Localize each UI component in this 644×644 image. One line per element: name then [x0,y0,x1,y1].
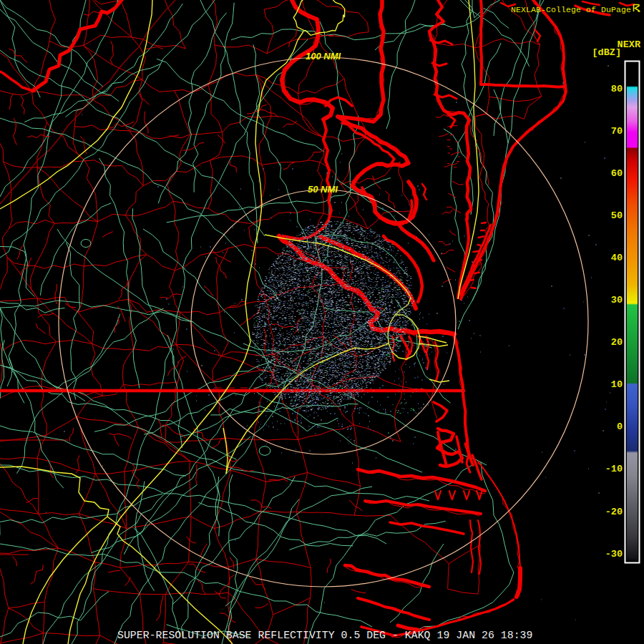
svg-text:10: 10 [611,379,623,390]
svg-text:NEXLAB-College of DuPage: NEXLAB-College of DuPage [511,5,631,14]
svg-text:-10: -10 [605,464,623,474]
svg-text:30: 30 [611,295,623,306]
svg-text:40: 40 [611,253,623,263]
svg-text:SUPER-RESOLUTION BASE REFLECTI: SUPER-RESOLUTION BASE REFLECTIVITY 0.5 D… [117,630,532,641]
svg-text:50 NMI: 50 NMI [308,184,338,195]
svg-text:[dBZ]: [dBZ] [592,47,621,58]
svg-text:-20: -20 [605,507,623,517]
svg-text:-30: -30 [605,549,623,560]
svg-text:0: 0 [617,421,623,432]
svg-text:80: 80 [611,84,623,94]
svg-text:60: 60 [611,168,623,179]
svg-text:100 NMI: 100 NMI [306,51,341,62]
svg-text:70: 70 [611,126,623,137]
svg-text:20: 20 [611,337,623,348]
svg-text:50: 50 [611,210,623,221]
